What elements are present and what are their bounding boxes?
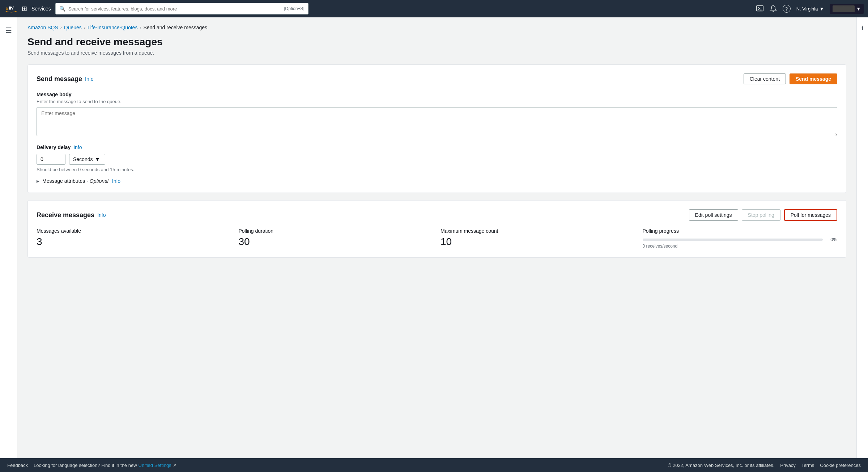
- delay-row: Seconds ▼: [37, 154, 837, 165]
- receive-messages-info-link[interactable]: Info: [97, 212, 106, 218]
- delivery-delay-label-text: Delivery delay: [37, 144, 71, 150]
- delay-unit-chevron-icon: ▼: [95, 156, 100, 162]
- region-selector[interactable]: N. Virginia ▼: [796, 6, 824, 12]
- delivery-delay-label: Delivery delay Info: [37, 144, 837, 150]
- breadcrumb-sep-3: ›: [140, 25, 141, 30]
- search-icon: 🔍: [59, 6, 65, 12]
- message-attributes-label: Message attributes - Optional Info: [42, 178, 120, 184]
- account-label: ████: [833, 5, 855, 12]
- breadcrumb-sep-1: ›: [60, 25, 62, 30]
- delivery-delay-section: Delivery delay Info Seconds ▼ Should be …: [37, 144, 837, 172]
- terminal-icon[interactable]: [756, 5, 764, 13]
- breadcrumb-current: Send and receive messages: [143, 25, 207, 30]
- polling-duration-stat: Polling duration 30: [239, 228, 434, 249]
- page-subtitle: Send messages to and receive messages fr…: [27, 50, 846, 56]
- delay-note: Should be between 0 seconds and 15 minut…: [37, 167, 837, 172]
- poll-for-messages-button[interactable]: Poll for messages: [784, 209, 837, 221]
- polling-progress-label: Polling progress: [643, 228, 838, 234]
- message-attributes-row[interactable]: ▶ Message attributes - Optional Info: [37, 178, 837, 184]
- send-message-actions: Clear content Send message: [744, 73, 837, 84]
- breadcrumb-sep-2: ›: [84, 25, 85, 30]
- footer-center: Looking for language selection? Find it …: [34, 463, 662, 468]
- search-bar[interactable]: 🔍 [Option+S]: [55, 3, 309, 14]
- receive-messages-actions: Edit poll settings Stop polling Poll for…: [689, 209, 837, 221]
- receive-stats: Messages available 3 Polling duration 30…: [37, 228, 837, 249]
- chevron-down-icon: ▼: [819, 6, 824, 12]
- send-message-title: Send message Info: [37, 75, 93, 83]
- privacy-link[interactable]: Privacy: [780, 463, 796, 468]
- polling-duration-value: 30: [239, 236, 434, 248]
- sidebar-toggle: ☰: [0, 17, 17, 458]
- region-label: N. Virginia: [796, 6, 818, 12]
- stop-polling-button[interactable]: Stop polling: [742, 209, 780, 221]
- right-panel-toggle[interactable]: ℹ: [856, 17, 868, 458]
- help-icon[interactable]: ?: [783, 5, 791, 13]
- edit-poll-settings-button[interactable]: Edit poll settings: [689, 209, 738, 221]
- services-menu[interactable]: Services: [31, 6, 51, 12]
- terms-link[interactable]: Terms: [801, 463, 814, 468]
- receive-messages-card: Receive messages Info Edit poll settings…: [27, 200, 846, 258]
- breadcrumb-queues[interactable]: Queues: [64, 25, 82, 30]
- receive-messages-title-text: Receive messages: [37, 211, 94, 219]
- page-title: Send and receive messages: [27, 36, 846, 48]
- delay-number-input[interactable]: [37, 154, 65, 165]
- message-body-label: Message body: [37, 92, 837, 97]
- polling-progress-bar-track: [643, 239, 823, 241]
- polling-progress-pct: 0%: [826, 237, 837, 242]
- clear-content-button[interactable]: Clear content: [744, 73, 786, 84]
- max-message-count-label: Maximum message count: [441, 228, 635, 234]
- messages-available-label: Messages available: [37, 228, 231, 234]
- delay-unit-selector[interactable]: Seconds ▼: [69, 154, 105, 165]
- send-message-card: Send message Info Clear content Send mes…: [27, 64, 846, 193]
- breadcrumb-amazon-sqs[interactable]: Amazon SQS: [27, 25, 58, 30]
- messages-available-value: 3: [37, 236, 231, 248]
- send-message-title-text: Send message: [37, 75, 82, 83]
- unified-settings-link[interactable]: Unified Settings: [139, 463, 171, 468]
- footer-notice-text: Looking for language selection? Find it …: [34, 463, 137, 468]
- aws-logo[interactable]: [4, 4, 17, 13]
- send-message-button[interactable]: Send message: [790, 73, 837, 84]
- max-message-count-stat: Maximum message count 10: [441, 228, 635, 249]
- search-input[interactable]: [68, 6, 281, 12]
- message-body-input[interactable]: [37, 107, 837, 136]
- grid-icon[interactable]: ⊞: [22, 5, 27, 13]
- cookie-preferences-link[interactable]: Cookie preferences: [820, 463, 861, 468]
- message-body-hint: Enter the message to send to the queue.: [37, 99, 837, 104]
- svg-rect-0: [757, 6, 763, 11]
- bell-icon[interactable]: [770, 5, 777, 12]
- feedback-link[interactable]: Feedback: [7, 463, 28, 468]
- receive-messages-title: Receive messages Info: [37, 211, 106, 219]
- right-panel-icon: ℹ: [861, 25, 864, 31]
- breadcrumb-queue-name[interactable]: Life-Insurance-Quotes: [88, 25, 138, 30]
- attributes-info-link[interactable]: Info: [112, 178, 120, 184]
- message-body-section: Message body Enter the message to send t…: [37, 92, 837, 137]
- receive-messages-card-header: Receive messages Info Edit poll settings…: [37, 209, 837, 221]
- receives-per-second: 0 receives/second: [643, 244, 838, 249]
- polling-progress-bar-container: 0%: [643, 237, 838, 242]
- search-shortcut: [Option+S]: [284, 6, 305, 11]
- delay-unit-label: Seconds: [73, 156, 93, 162]
- polling-progress-stat: Polling progress 0% 0 receives/second: [643, 228, 838, 249]
- delivery-delay-info-link[interactable]: Info: [73, 144, 82, 150]
- footer: Feedback Looking for language selection?…: [0, 458, 868, 472]
- top-navigation: ⊞ Services 🔍 [Option+S] ? N. Virginia ▼ …: [0, 0, 868, 17]
- footer-copyright: © 2022, Amazon Web Services, Inc. or its…: [668, 463, 775, 468]
- expand-arrow-icon: ▶: [37, 179, 39, 183]
- account-menu[interactable]: ████ ▼: [830, 4, 864, 14]
- send-message-info-link[interactable]: Info: [85, 76, 93, 82]
- hamburger-icon[interactable]: ☰: [3, 23, 15, 38]
- breadcrumb: Amazon SQS › Queues › Life-Insurance-Quo…: [27, 25, 846, 30]
- send-message-card-header: Send message Info Clear content Send mes…: [37, 73, 837, 84]
- main-content: Amazon SQS › Queues › Life-Insurance-Quo…: [17, 17, 856, 458]
- polling-duration-label: Polling duration: [239, 228, 434, 234]
- topnav-right: ? N. Virginia ▼ ████ ▼: [756, 4, 864, 14]
- footer-right: © 2022, Amazon Web Services, Inc. or its…: [668, 463, 861, 468]
- external-link-icon: ↗: [173, 463, 176, 468]
- max-message-count-value: 10: [441, 236, 635, 248]
- messages-available-stat: Messages available 3: [37, 228, 231, 249]
- account-chevron-icon: ▼: [856, 6, 861, 12]
